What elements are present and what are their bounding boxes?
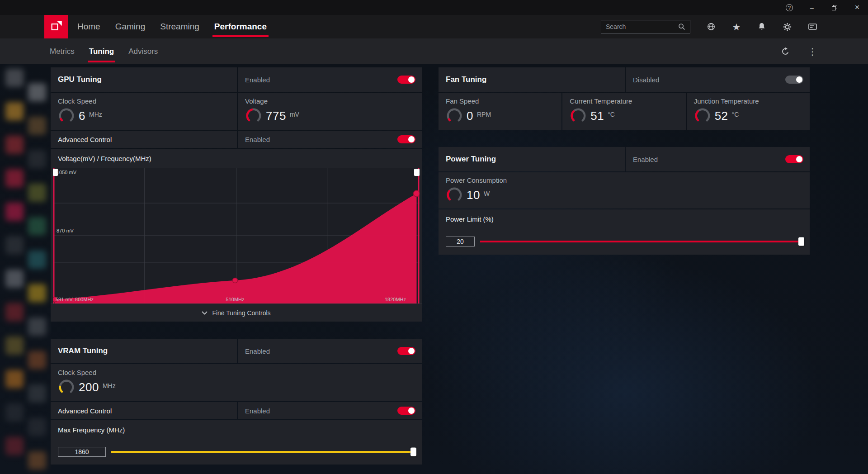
- gpu-voltage-gauge-icon: [245, 107, 262, 124]
- background-game-tile: [28, 83, 46, 101]
- max-frequency-block: Max Frequency (MHz): [51, 420, 422, 465]
- background-game-tile: [28, 451, 46, 469]
- background-game-tile: [5, 169, 24, 187]
- nav-item-performance[interactable]: Performance: [214, 15, 267, 38]
- background-game-tile: [5, 203, 24, 221]
- panel-icon: [808, 22, 817, 31]
- notifications-button[interactable]: [757, 22, 767, 32]
- nav-item-gaming[interactable]: Gaming: [115, 15, 146, 38]
- gpu-tuning-card: GPU Tuning Enabled Clock Speed 6 MHz Vol…: [51, 67, 422, 322]
- power-limit-input[interactable]: [446, 237, 475, 246]
- voltage-frequency-title: Voltage(mV) / Frequency(MHz): [51, 149, 422, 168]
- help-icon: ?: [786, 4, 793, 11]
- subnav-items: Metrics Tuning Advisors: [50, 38, 158, 64]
- gpu-tuning-toggle[interactable]: [397, 76, 415, 84]
- search-icon: [678, 23, 685, 30]
- background-game-tile: [5, 136, 24, 154]
- main-navbar: Home Gaming Streaming Performance ★: [0, 15, 868, 38]
- gpu-voltage-unit: mV: [290, 111, 299, 118]
- voltage-frequency-curve[interactable]: 1050 mV 870 mV 591 mV, 800MHz 510MHz 182…: [53, 168, 420, 303]
- amd-logo[interactable]: [44, 15, 68, 38]
- vram-clock-gauge-icon: [58, 379, 75, 396]
- junction-temperature-label: Junction Temperature: [694, 97, 759, 105]
- help-button[interactable]: ?: [785, 4, 793, 12]
- power-consumption-unit: W: [484, 190, 490, 197]
- background-game-tile: [28, 150, 46, 168]
- nav-items: Home Gaming Streaming Performance: [77, 15, 267, 38]
- search-input[interactable]: [606, 23, 678, 30]
- gpu-clock-unit: MHz: [89, 111, 102, 118]
- subnav-icons: ⋮: [780, 38, 817, 64]
- fan-tuning-card: Fan Tuning Disabled Fan Speed 0 RPM Curr…: [439, 67, 810, 130]
- vram-tuning-title: VRAM Tuning: [58, 346, 108, 356]
- max-frequency-slider-handle[interactable]: [410, 448, 416, 456]
- fan-speed-value: 0: [467, 109, 473, 123]
- fine-tuning-controls-expander[interactable]: Fine Tuning Controls: [51, 303, 422, 322]
- favorites-button[interactable]: ★: [731, 22, 741, 32]
- power-limit-slider-handle[interactable]: [798, 237, 804, 246]
- tab-advisors[interactable]: Advisors: [128, 38, 158, 64]
- current-temperature-gauge-icon: [570, 107, 587, 124]
- fan-tuning-status: Disabled: [633, 76, 659, 84]
- star-icon: ★: [732, 22, 741, 32]
- background-game-tile: [28, 351, 46, 369]
- kebab-icon: ⋮: [808, 46, 817, 57]
- side-panel-button[interactable]: [807, 22, 817, 32]
- gpu-voltage-value: 775: [266, 109, 286, 123]
- max-frequency-input[interactable]: [58, 447, 106, 457]
- background-game-tile: [28, 284, 46, 302]
- minimize-icon: –: [810, 4, 814, 11]
- nav-item-home[interactable]: Home: [77, 15, 100, 38]
- power-limit-label: Power Limit (%): [439, 209, 810, 228]
- nav-icons: ★: [706, 15, 817, 38]
- power-tuning-status: Enabled: [633, 156, 658, 163]
- vram-tuning-card: VRAM Tuning Enabled Clock Speed 200 MHz: [51, 339, 422, 465]
- fan-tuning-title: Fan Tuning: [446, 75, 486, 84]
- vram-clock-unit: MHz: [103, 382, 116, 389]
- background-game-tile: [28, 418, 46, 436]
- power-limit-block: Power Limit (%): [439, 209, 810, 255]
- vram-advanced-toggle[interactable]: [397, 407, 415, 415]
- reset-defaults-button[interactable]: [780, 47, 790, 57]
- settings-button[interactable]: [782, 22, 792, 32]
- gpu-tuning-status: Enabled: [245, 76, 270, 84]
- restore-icon: [832, 5, 837, 10]
- background-game-tile: [28, 384, 46, 403]
- background-game-tile: [5, 270, 24, 288]
- background-game-tile: [5, 337, 24, 355]
- background-game-tile: [5, 303, 24, 321]
- background-game-tile: [5, 437, 24, 455]
- gpu-tuning-title: GPU Tuning: [58, 75, 102, 84]
- minimize-button[interactable]: –: [808, 4, 816, 12]
- max-frequency-slider[interactable]: [111, 451, 415, 453]
- gpu-advanced-toggle[interactable]: [397, 135, 415, 143]
- vram-advanced-status: Enabled: [245, 407, 270, 415]
- nav-item-streaming[interactable]: Streaming: [160, 15, 199, 38]
- background-game-tile: [28, 318, 46, 336]
- vram-tuning-toggle[interactable]: [397, 347, 415, 355]
- background-game-tile: [28, 251, 46, 269]
- more-options-button[interactable]: ⋮: [807, 47, 817, 57]
- gpu-voltage-label: Voltage: [245, 97, 268, 105]
- power-limit-slider[interactable]: [480, 241, 802, 242]
- tab-metrics[interactable]: Metrics: [50, 38, 75, 64]
- reset-icon: [781, 47, 790, 56]
- restore-button[interactable]: [830, 4, 839, 12]
- power-tuning-toggle[interactable]: [785, 155, 803, 163]
- current-temperature-label: Current Temperature: [570, 97, 632, 105]
- background-game-tile: [5, 370, 24, 388]
- bell-icon: [757, 22, 766, 31]
- max-frequency-label: Max Frequency (MHz): [51, 420, 422, 439]
- power-tuning-card: Power Tuning Enabled Power Consumption 1…: [439, 147, 810, 255]
- fan-speed-label: Fan Speed: [446, 97, 479, 105]
- tab-tuning[interactable]: Tuning: [89, 38, 114, 64]
- fan-speed-unit: RPM: [477, 111, 491, 118]
- background-game-tile: [28, 184, 46, 202]
- vram-tuning-status: Enabled: [245, 347, 270, 355]
- browser-globe-button[interactable]: [706, 22, 716, 32]
- junction-temperature-unit: °C: [732, 111, 739, 118]
- fan-tuning-toggle[interactable]: [785, 76, 803, 84]
- current-temperature-value: 51: [590, 109, 604, 123]
- close-button[interactable]: ×: [853, 4, 861, 12]
- voltage-frequency-block: Voltage(mV) / Frequency(MHz) 1050 mV 870…: [51, 149, 422, 322]
